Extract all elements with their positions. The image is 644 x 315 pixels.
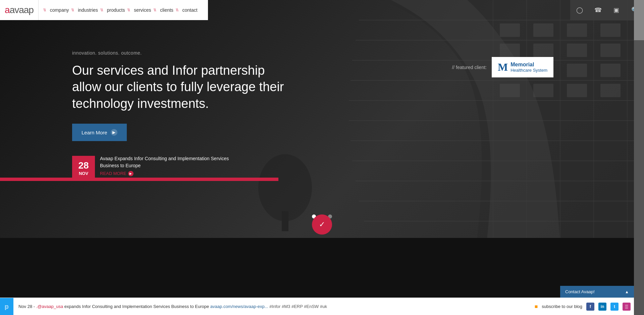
nav-products[interactable]: products xyxy=(104,7,128,13)
svg-rect-37 xyxy=(282,211,288,231)
svg-rect-32 xyxy=(533,84,553,97)
svg-rect-21 xyxy=(500,44,520,57)
contact-label: Contact Avaap! xyxy=(565,289,595,294)
memorial-name-line1: Memorial xyxy=(511,62,547,68)
nav-sep: \\ xyxy=(176,8,178,12)
scrollbar-track[interactable] xyxy=(634,0,644,315)
news-day: 28 xyxy=(78,161,89,170)
svg-rect-16 xyxy=(500,23,520,37)
featured-client-logo[interactable]: M Memorial Healthcare System xyxy=(492,57,553,77)
chevron-down-icon: ✓ xyxy=(319,220,325,229)
memorial-m-icon: M xyxy=(498,61,508,73)
contact-caret-icon: ▲ xyxy=(625,290,629,294)
nav-sep: \\ xyxy=(154,8,156,12)
hero-content: innovation. solutions. outcome. Our serv… xyxy=(72,50,297,141)
nav-sep: \\ xyxy=(101,8,103,12)
twitter-message: expands Infor Consulting and Implementat… xyxy=(64,304,210,309)
twitter-social-icon-button[interactable]: t xyxy=(610,303,619,311)
learn-more-button[interactable]: Learn More ▶ xyxy=(72,124,127,141)
nav-contact[interactable]: contact xyxy=(180,7,200,13)
contact-bar[interactable]: Contact Avaap! ▲ xyxy=(560,286,634,298)
hero-section: innovation. solutions. outcome. Our serv… xyxy=(0,0,644,238)
nav-sep: \\ xyxy=(127,8,130,12)
scrollbar-thumb[interactable] xyxy=(634,0,644,40)
logo[interactable]: aavaap xyxy=(5,5,34,15)
nav-company[interactable]: company xyxy=(47,7,72,13)
globe-icon: ◯ xyxy=(576,6,583,14)
header: aavaap \\ company \\ industries \\ produ… xyxy=(0,0,208,20)
featured-label: // featured client: xyxy=(452,65,487,70)
nav-clients[interactable]: clients xyxy=(157,7,176,13)
svg-rect-18 xyxy=(567,23,587,37)
phone-icon: ☎ xyxy=(594,6,602,14)
svg-rect-29 xyxy=(600,64,621,77)
svg-rect-19 xyxy=(600,23,621,37)
nav-sep: \\ xyxy=(71,8,74,12)
svg-rect-31 xyxy=(500,84,520,97)
chat-icon-button[interactable]: ▣ xyxy=(607,0,626,20)
twitter-bird-icon: 𝕡 xyxy=(5,303,9,310)
read-more-link[interactable]: READ MORE ▶ xyxy=(100,171,133,176)
twitter-date: Nov 28 - xyxy=(18,304,35,309)
phone-icon-button[interactable]: ☎ xyxy=(589,0,607,20)
logo-text: avaap xyxy=(10,5,34,15)
scroll-down-button[interactable]: ✓ xyxy=(312,214,332,235)
svg-rect-34 xyxy=(600,84,621,97)
building-illustration xyxy=(258,0,644,238)
twitter-icon: 𝕡 xyxy=(0,298,13,315)
news-text: Avaap Expands Infor Consulting and Imple… xyxy=(100,156,229,176)
news-month: NOV xyxy=(79,171,88,176)
read-more-arrow-icon: ▶ xyxy=(128,171,133,176)
instagram-icon-button[interactable]: ▒ xyxy=(623,303,631,311)
nav-services[interactable]: services xyxy=(131,7,154,13)
nav-industries[interactable]: industries xyxy=(75,7,101,13)
hero-tagline: innovation. solutions. outcome. xyxy=(72,50,297,56)
hero-title: Our services and Infor partnership allow… xyxy=(72,62,297,112)
featured-client: // featured client: M Memorial Healthcar… xyxy=(452,57,553,77)
facebook-icon-button[interactable]: f xyxy=(586,303,594,311)
svg-rect-22 xyxy=(533,44,553,57)
top-icons: ◯ ☎ ▣ 🔍 xyxy=(570,0,644,20)
twitter-hashtags: #Infor #M3 #ERP #EnSW #uk xyxy=(269,304,327,309)
svg-rect-28 xyxy=(567,64,587,77)
svg-rect-33 xyxy=(567,84,587,97)
main-nav: \\ company \\ industries \\ products \\ … xyxy=(39,7,205,13)
news-subheadline: Business to Europe xyxy=(100,163,229,168)
news-block: 28 NOV Avaap Expands Infor Consulting an… xyxy=(72,156,229,181)
memorial-name-line2: Healthcare System xyxy=(511,68,547,73)
twitter-handle[interactable]: .@avaap_usa xyxy=(36,304,63,309)
nav-sep: \\ xyxy=(44,8,46,12)
linkedin-icon-button[interactable]: in xyxy=(598,303,606,311)
rss-icon: ■ xyxy=(535,304,538,310)
news-headline: Avaap Expands Infor Consulting and Imple… xyxy=(100,156,229,161)
svg-rect-17 xyxy=(533,23,553,37)
news-date-box: 28 NOV xyxy=(72,156,95,181)
svg-rect-24 xyxy=(600,44,621,57)
svg-rect-23 xyxy=(567,44,587,57)
arrow-icon: ▶ xyxy=(111,129,117,136)
logo-area: aavaap xyxy=(0,0,39,20)
memorial-text: Memorial Healthcare System xyxy=(511,62,547,73)
globe-icon-button[interactable]: ◯ xyxy=(570,0,589,20)
read-more-label: READ MORE xyxy=(100,171,126,176)
subscribe-area: ■ subscribe to our blog f in t ▒ xyxy=(506,298,634,315)
chat-icon: ▣ xyxy=(613,6,619,14)
twitter-link[interactable]: avaap.com/news/avaap-exp... xyxy=(210,304,268,309)
learn-more-label: Learn More xyxy=(82,130,107,135)
subscribe-label: subscribe to our blog xyxy=(542,304,582,309)
